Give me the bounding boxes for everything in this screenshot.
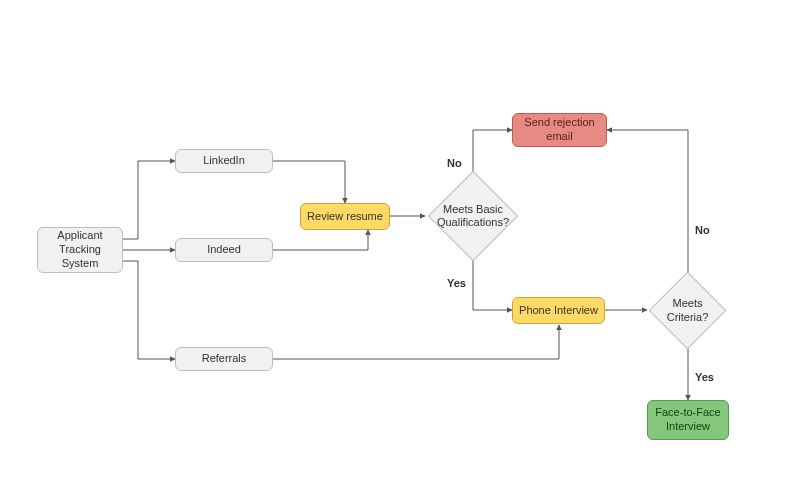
node-send-rejection: Send rejection email bbox=[512, 113, 607, 147]
decision-meets-basic-qualifications: Meets Basic Qualifications? bbox=[441, 184, 505, 248]
node-indeed: Indeed bbox=[175, 238, 273, 262]
edge-label-quals-no: No bbox=[447, 157, 462, 169]
node-linkedin: LinkedIn bbox=[175, 149, 273, 173]
flowchart-canvas: Applicant Tracking System LinkedIn Indee… bbox=[0, 0, 800, 500]
node-referrals: Referrals bbox=[175, 347, 273, 371]
edge-label-criteria-yes: Yes bbox=[695, 371, 714, 383]
edge-label-criteria-no: No bbox=[695, 224, 710, 236]
decision-label: Meets Criteria? bbox=[660, 283, 715, 338]
node-ats: Applicant Tracking System bbox=[37, 227, 123, 273]
decision-label: Meets Basic Qualifications? bbox=[441, 184, 505, 248]
node-face-to-face: Face-to-Face Interview bbox=[647, 400, 729, 440]
edge-label-quals-yes: Yes bbox=[447, 277, 466, 289]
decision-meets-criteria: Meets Criteria? bbox=[660, 283, 715, 338]
node-review-resume: Review resume bbox=[300, 203, 390, 230]
node-phone-interview: Phone Interview bbox=[512, 297, 605, 324]
